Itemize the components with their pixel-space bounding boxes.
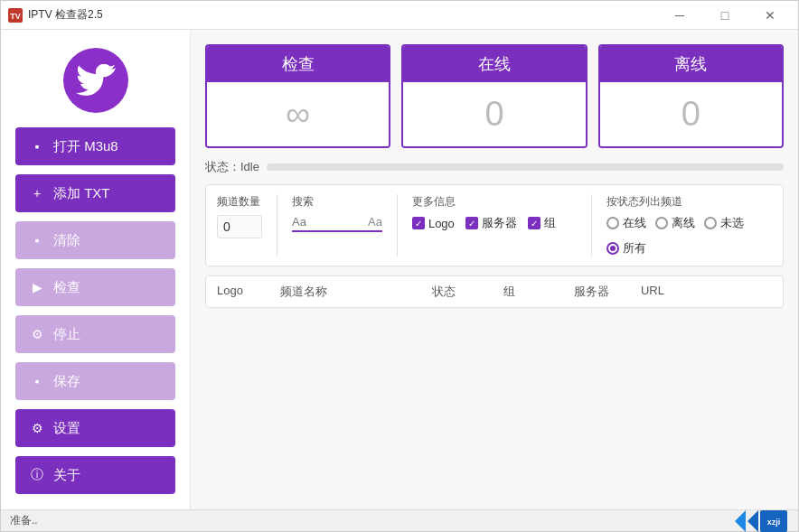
divider-3: [591, 194, 592, 257]
status-progress-bar: [267, 163, 784, 171]
bottom-status-text: 准备..: [10, 513, 38, 528]
logo-checkbox-icon: ✓: [412, 217, 425, 229]
trash-icon: ▪: [30, 233, 44, 247]
stop-button[interactable]: ⚙ 停止: [15, 315, 175, 353]
close-button[interactable]: ✕: [749, 1, 791, 30]
stats-row: 检查 ∞ 在线 0 离线 0: [205, 44, 784, 148]
more-info-section: 更多信息 ✓ Logo ✓ 服务器 ✓: [412, 194, 578, 231]
sidebar: ▪ 打开 M3u8 + 添加 TXT ▪ 清除 ▶ 检查 ⚙ 停止 ▪ 保: [1, 30, 191, 509]
server-checkbox[interactable]: ✓ 服务器: [465, 215, 517, 231]
col-logo: Logo: [217, 284, 280, 300]
titlebar-title: IPTV 检查器2.5: [28, 7, 103, 23]
col-server: 服务器: [542, 284, 641, 300]
offline-radio-icon: [655, 217, 668, 229]
twitter-icon: [76, 64, 116, 97]
online-radio-icon: [606, 217, 619, 229]
channel-count-section: 频道数量 0: [217, 194, 262, 238]
offline-value: 0: [600, 82, 782, 146]
col-name: 频道名称: [280, 284, 411, 300]
info-icon: ⓘ: [30, 467, 44, 483]
offline-stat-card: 离线 0: [598, 44, 784, 148]
server-checkbox-icon: ✓: [465, 217, 478, 229]
online-label: 在线: [403, 46, 585, 82]
svg-text:TV: TV: [10, 12, 21, 21]
checkbox-row: ✓ Logo ✓ 服务器 ✓ 组: [412, 215, 578, 231]
col-status: 状态: [411, 284, 477, 300]
svg-marker-3: [747, 510, 758, 532]
bottom-status-bar: 准备.. xzji: [1, 509, 798, 531]
app-icon: TV: [8, 8, 23, 23]
check-stat-card: 检查 ∞: [205, 44, 390, 148]
all-radio-icon: [606, 242, 619, 255]
all-radio-fill: [610, 246, 616, 251]
col-group: 组: [477, 284, 543, 300]
channel-count-label: 频道数量: [217, 194, 262, 210]
divider-2: [397, 194, 398, 257]
play-icon: ▶: [30, 280, 44, 294]
logo-checkbox[interactable]: ✓ Logo: [412, 217, 455, 230]
online-value: 0: [403, 82, 585, 146]
titlebar-controls: ─ □ ✕: [659, 1, 791, 30]
group-checkbox-icon: ✓: [528, 217, 540, 229]
svg-text:xzji: xzji: [767, 518, 781, 527]
search-box: Aa: [292, 215, 382, 232]
check-value: ∞: [207, 82, 389, 146]
more-info-label: 更多信息: [412, 194, 578, 210]
status-text: 状态：Idle: [205, 159, 259, 175]
about-button[interactable]: ⓘ 关于: [15, 456, 175, 494]
file-icon: ▪: [30, 139, 44, 154]
titlebar-left: TV IPTV 检查器2.5: [8, 7, 103, 23]
right-panel: 检查 ∞ 在线 0 离线 0 状态：Idle: [191, 30, 798, 509]
unselected-radio[interactable]: 未选: [704, 215, 744, 231]
group-checkbox[interactable]: ✓ 组: [528, 215, 556, 231]
clear-button[interactable]: ▪ 清除: [15, 221, 175, 259]
search-icon: Aa: [368, 215, 382, 229]
sidebar-logo: [63, 48, 128, 113]
divider-1: [277, 194, 277, 257]
table-header: Logo 频道名称 状态 组 服务器 URL: [205, 275, 784, 308]
save-button[interactable]: ▪ 保存: [15, 362, 175, 400]
maximize-button[interactable]: □: [704, 1, 746, 30]
titlebar: TV IPTV 检查器2.5 ─ □ ✕: [1, 1, 798, 30]
filter-section: 按状态列出频道 在线 离线: [606, 194, 772, 257]
check-button[interactable]: ▶ 检查: [15, 268, 175, 306]
unselected-radio-icon: [704, 217, 717, 229]
save-icon: ▪: [30, 374, 44, 388]
offline-radio[interactable]: 离线: [655, 215, 695, 231]
control-panel: 频道数量 0 搜索 Aa 更多信息: [205, 184, 784, 266]
search-input[interactable]: [292, 215, 364, 229]
minimize-button[interactable]: ─: [659, 1, 700, 30]
online-radio[interactable]: 在线: [606, 215, 646, 231]
gear-icon: ⚙: [30, 327, 44, 341]
main-content: ▪ 打开 M3u8 + 添加 TXT ▪ 清除 ▶ 检查 ⚙ 停止 ▪ 保: [1, 30, 798, 509]
status-bar: 状态：Idle: [205, 159, 784, 175]
add-txt-button[interactable]: + 添加 TXT: [15, 174, 175, 212]
radio-row: 在线 离线 未选: [606, 215, 772, 257]
search-section: 搜索 Aa: [292, 194, 382, 232]
settings-button[interactable]: ⚙ 设置: [15, 409, 175, 447]
svg-marker-2: [735, 510, 746, 532]
watermark: xzji: [735, 507, 789, 533]
col-url: URL: [641, 284, 772, 300]
control-row: 频道数量 0 搜索 Aa 更多信息: [217, 194, 772, 257]
settings-icon: ⚙: [30, 421, 44, 435]
watermark-svg: xzji: [735, 507, 789, 533]
check-label: 检查: [207, 46, 389, 82]
all-radio[interactable]: 所有: [606, 240, 646, 257]
filter-label: 按状态列出频道: [606, 194, 772, 210]
plus-icon: +: [30, 186, 44, 201]
online-stat-card: 在线 0: [401, 44, 587, 148]
open-m3u8-button[interactable]: ▪ 打开 M3u8: [15, 127, 175, 165]
offline-label: 离线: [600, 46, 782, 82]
search-label: 搜索: [292, 194, 382, 210]
channel-count-value: 0: [217, 215, 262, 238]
